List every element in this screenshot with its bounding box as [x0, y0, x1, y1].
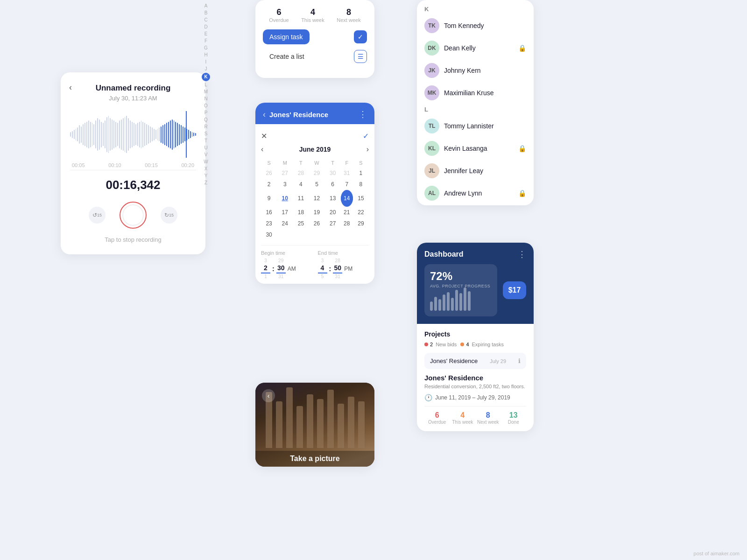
contact-item[interactable]: ALAndrew Lynn🔒: [417, 182, 534, 204]
calendar-day[interactable]: 25: [293, 218, 309, 229]
begin-hour-val[interactable]: 2: [261, 264, 270, 273]
alphabet-letter[interactable]: K: [202, 73, 210, 81]
end-min-down[interactable]: 31: [335, 274, 340, 279]
contact-item[interactable]: JLJennifer Leay: [417, 160, 534, 182]
calendar-day[interactable]: 29: [353, 218, 369, 229]
calendar-day[interactable]: 21: [341, 207, 353, 218]
begin-hour-down[interactable]: 1: [264, 274, 267, 279]
calendar-day[interactable]: 13: [325, 190, 341, 207]
calendar-day[interactable]: 31: [341, 168, 353, 179]
contact-item[interactable]: DKDean Kelly🔒: [417, 37, 534, 59]
calendar-more-icon[interactable]: ⋮: [359, 109, 367, 119]
assign-task-button[interactable]: Assign task: [263, 29, 310, 44]
calendar-day[interactable]: 1: [353, 168, 369, 179]
contact-item[interactable]: TLTommy Lannister: [417, 115, 534, 137]
calendar-day[interactable]: 28: [293, 168, 309, 179]
alphabet-letter[interactable]: H: [204, 52, 207, 58]
recording-back-button[interactable]: ‹: [69, 83, 72, 92]
calendar-day[interactable]: 6: [325, 179, 341, 190]
alphabet-letter[interactable]: R: [204, 124, 207, 130]
calendar-day[interactable]: 20: [325, 207, 341, 218]
calendar-day[interactable]: 8: [353, 179, 369, 190]
record-button[interactable]: [120, 202, 147, 229]
calendar-confirm-button[interactable]: ✓: [363, 132, 369, 140]
alphabet-letter[interactable]: N: [204, 96, 207, 102]
calendar-day[interactable]: 30: [325, 168, 341, 179]
calendar-day[interactable]: 23: [261, 218, 277, 229]
calendar-prev-button[interactable]: ‹: [261, 145, 263, 154]
contact-item[interactable]: KLKevin Lasanga🔒: [417, 137, 534, 160]
alphabet-letter[interactable]: V: [204, 152, 208, 158]
calendar-day[interactable]: 17: [277, 207, 293, 218]
end-min-val[interactable]: 50: [333, 264, 342, 273]
alphabet-letter[interactable]: S: [204, 131, 208, 137]
alphabet-letter[interactable]: E: [204, 31, 208, 37]
end-ampm[interactable]: PM: [344, 266, 352, 272]
alphabet-letter[interactable]: Q: [204, 117, 208, 123]
calendar-day[interactable]: 27: [277, 168, 293, 179]
alphabet-letter[interactable]: L: [204, 82, 207, 88]
alphabet-letter[interactable]: B: [204, 10, 208, 16]
begin-hour-up[interactable]: 3: [264, 259, 267, 263]
calendar-day[interactable]: 15: [353, 190, 369, 207]
contact-item[interactable]: JKJohnny Kern: [417, 59, 534, 82]
calendar-day[interactable]: 14: [341, 190, 353, 207]
calendar-day[interactable]: 29: [309, 168, 324, 179]
calendar-back-icon[interactable]: ‹: [263, 110, 266, 119]
end-min-up[interactable]: 28: [335, 259, 340, 263]
alphabet-letter[interactable]: W: [204, 159, 208, 165]
calendar-day[interactable]: 30: [261, 229, 277, 240]
end-hour-down[interactable]: 5: [321, 274, 324, 279]
alphabet-letter[interactable]: F: [204, 38, 207, 44]
alphabet-letter[interactable]: G: [204, 45, 208, 51]
alphabet-letter[interactable]: M: [204, 89, 208, 95]
alphabet-letter[interactable]: X: [204, 166, 208, 172]
alphabet-letter[interactable]: O: [204, 103, 208, 109]
project-row[interactable]: Jones' Residence July 29 ℹ: [424, 353, 526, 369]
begin-ampm[interactable]: AM: [288, 266, 296, 272]
alphabet-letter[interactable]: J: [205, 66, 207, 72]
alphabet-letter[interactable]: Z: [204, 180, 207, 186]
calendar-day[interactable]: 11: [293, 190, 309, 207]
alphabet-letter[interactable]: U: [204, 145, 207, 151]
alphabet-letter[interactable]: I: [205, 59, 207, 65]
skip-fwd-button[interactable]: ↻ 15: [161, 207, 177, 224]
dashboard-more-icon[interactable]: ⋮: [518, 249, 526, 259]
alphabet-letter[interactable]: A: [204, 3, 208, 9]
calendar-day[interactable]: 2: [261, 179, 277, 190]
alphabet-letter[interactable]: Y: [204, 173, 208, 179]
alphabet-letter[interactable]: D: [204, 24, 207, 30]
skip-back-button[interactable]: ↺ 15: [89, 207, 106, 224]
calendar-day[interactable]: 5: [309, 179, 324, 190]
calendar-day[interactable]: 7: [341, 179, 353, 190]
calendar-day[interactable]: 24: [277, 218, 293, 229]
end-hour-up[interactable]: 3: [321, 259, 324, 263]
assign-task-icon[interactable]: ✓: [354, 30, 367, 43]
calendar-day[interactable]: 19: [309, 207, 324, 218]
calendar-day[interactable]: 26: [309, 218, 324, 229]
end-hour-val[interactable]: 4: [318, 264, 327, 273]
alphabet-letter[interactable]: C: [204, 17, 207, 23]
calendar-day[interactable]: 16: [261, 207, 277, 218]
camera-back-button[interactable]: ‹: [262, 389, 275, 402]
alphabet-letter[interactable]: T: [204, 138, 207, 144]
calendar-next-button[interactable]: ›: [366, 145, 369, 154]
begin-min-val[interactable]: 30: [276, 264, 286, 273]
create-list-button[interactable]: Create a list: [263, 49, 311, 64]
begin-min-down[interactable]: 31: [278, 274, 283, 279]
calendar-day[interactable]: 18: [293, 207, 309, 218]
calendar-day[interactable]: 27: [325, 218, 341, 229]
calendar-day[interactable]: 4: [293, 179, 309, 190]
calendar-day[interactable]: 10: [277, 190, 293, 207]
calendar-day[interactable]: 12: [309, 190, 324, 207]
calendar-day[interactable]: 9: [261, 190, 277, 207]
begin-min-up[interactable]: 29: [278, 259, 283, 263]
calendar-close-button[interactable]: ✕: [261, 132, 267, 140]
calendar-day[interactable]: 26: [261, 168, 277, 179]
contact-item[interactable]: TKTom Kennedy: [417, 14, 534, 37]
alphabet-letter[interactable]: P: [204, 110, 208, 116]
create-list-icon[interactable]: ☰: [354, 50, 367, 63]
calendar-day[interactable]: 3: [277, 179, 293, 190]
calendar-day[interactable]: 28: [341, 218, 353, 229]
calendar-day[interactable]: 22: [353, 207, 369, 218]
